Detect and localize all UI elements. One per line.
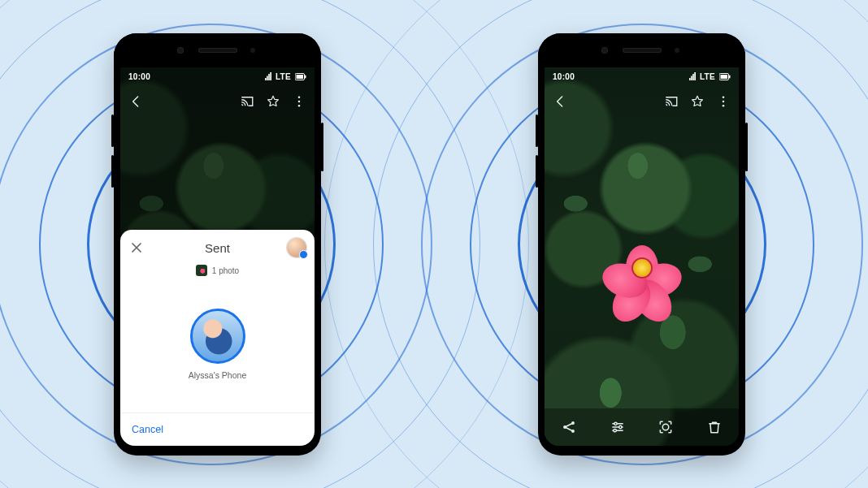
status-bar: 10:00 LTE: [120, 67, 315, 85]
contact-name: Alyssa's Phone: [189, 370, 246, 380]
share-summary: 1 photo: [120, 265, 315, 276]
promo-stage: 10:00 LTE: [0, 0, 868, 488]
cast-icon[interactable]: [240, 94, 254, 109]
svg-point-5: [298, 105, 301, 107]
share-title: Sent: [205, 241, 230, 255]
screen-sender: 10:00 LTE: [120, 67, 315, 446]
battery-icon: [295, 73, 306, 80]
star-outline-icon[interactable]: [266, 94, 280, 109]
svg-point-9: [723, 96, 725, 98]
status-network: LTE: [276, 72, 291, 81]
status-time: 10:00: [128, 72, 150, 81]
svg-point-17: [614, 430, 616, 432]
share-sheet-header: Sent: [120, 230, 315, 266]
tune-icon[interactable]: [610, 419, 626, 435]
photo-thumb-icon: [196, 265, 207, 276]
svg-point-15: [614, 422, 616, 425]
close-icon[interactable]: [128, 240, 145, 256]
svg-rect-8: [729, 75, 731, 78]
svg-point-16: [618, 425, 621, 428]
share-count-label: 1 photo: [212, 266, 239, 275]
contact-avatar: [190, 309, 245, 364]
svg-point-13: [571, 421, 575, 425]
more-vert-icon[interactable]: [292, 94, 306, 109]
status-bar: 10:00 LTE: [545, 67, 739, 85]
trash-icon[interactable]: [706, 419, 723, 435]
back-arrow-icon[interactable]: [553, 94, 567, 109]
share-icon[interactable]: [561, 419, 577, 435]
screen-receiver: 10:00 LTE: [545, 67, 739, 446]
svg-point-18: [663, 424, 670, 430]
share-sheet: Sent 1 photo Alyssa's Phone Cancel: [120, 230, 315, 446]
share-contact[interactable]: Alyssa's Phone: [120, 276, 315, 412]
battery-icon: [719, 73, 731, 80]
svg-rect-1: [297, 75, 304, 79]
photo-action-bar: [545, 408, 739, 446]
cast-icon[interactable]: [664, 94, 679, 109]
svg-point-4: [298, 101, 301, 103]
cancel-button[interactable]: Cancel: [132, 424, 163, 435]
more-vert-icon[interactable]: [716, 94, 731, 109]
star-outline-icon[interactable]: [690, 94, 705, 109]
account-avatar[interactable]: [287, 238, 306, 257]
svg-rect-7: [721, 75, 728, 79]
signal-icon: [265, 72, 271, 80]
svg-point-12: [563, 425, 566, 429]
phone-sender: 10:00 LTE: [114, 33, 321, 456]
phone-receiver: 10:00 LTE: [538, 33, 745, 456]
app-bar: [545, 87, 739, 116]
svg-point-3: [298, 96, 301, 98]
svg-point-11: [723, 105, 725, 107]
status-time: 10:00: [553, 72, 575, 81]
signal-icon: [689, 72, 696, 80]
svg-point-10: [723, 101, 725, 103]
back-arrow-icon[interactable]: [128, 94, 143, 109]
status-network: LTE: [700, 72, 715, 81]
lens-icon[interactable]: [658, 419, 674, 435]
svg-point-14: [571, 430, 575, 433]
share-sheet-footer: Cancel: [120, 412, 315, 446]
app-bar: [120, 87, 315, 116]
svg-rect-2: [305, 75, 306, 78]
